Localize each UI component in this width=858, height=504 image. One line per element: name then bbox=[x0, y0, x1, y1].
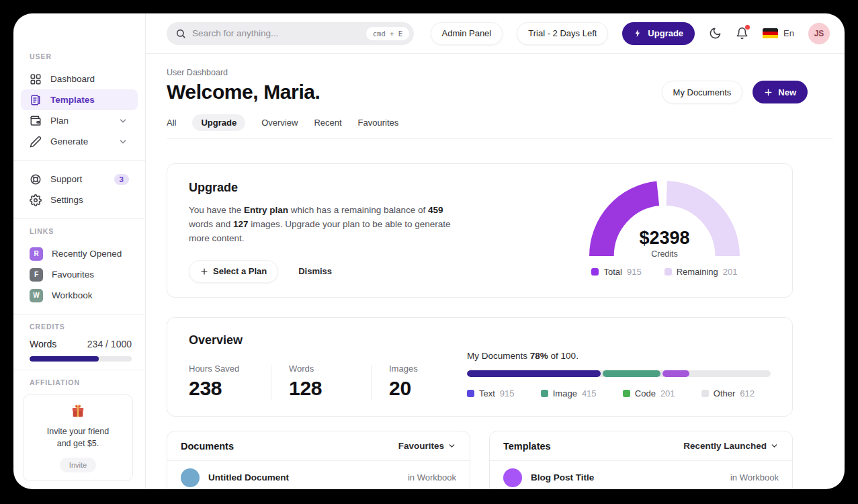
templates-filter-dropdown[interactable]: Recently Launched bbox=[683, 441, 779, 451]
sidebar-item-dashboard[interactable]: Dashboard bbox=[21, 69, 138, 89]
affiliation-card: Invite your friend and get $5. Invite bbox=[23, 394, 133, 481]
templates-card-title: Templates bbox=[503, 441, 551, 452]
select-plan-button[interactable]: Select a Plan bbox=[189, 260, 278, 283]
credits-label: Credits bbox=[589, 249, 740, 259]
overview-left: Overview Hours Saved 238 Words 128 bbox=[189, 333, 454, 400]
document-avatar bbox=[181, 468, 200, 487]
search-input[interactable] bbox=[192, 28, 360, 38]
trial-status-button[interactable]: Trial - 2 Days Left bbox=[517, 22, 608, 45]
page-title: Welcome, Maria. bbox=[167, 81, 320, 103]
sidebar-link-label: Workbook bbox=[52, 290, 93, 300]
filter-tabs: All Upgrade Overview Recent Favourites bbox=[167, 114, 833, 131]
template-name: Blog Post Title bbox=[531, 472, 594, 482]
lifebuoy-icon bbox=[30, 173, 42, 185]
invite-button[interactable]: Invite bbox=[60, 458, 96, 472]
legend-remaining: Remaining 201 bbox=[664, 267, 738, 277]
sidebar-divider bbox=[13, 218, 145, 219]
credits-gauge-chart: $2398 Credits Total 915 Remaining bbox=[587, 181, 742, 277]
document-location: in Workbook bbox=[408, 472, 456, 482]
segment-text bbox=[467, 370, 601, 377]
tab-all[interactable]: All bbox=[167, 114, 176, 131]
sidebar-link-recently-opened[interactable]: R Recently Opened bbox=[21, 243, 138, 264]
tab-upgrade[interactable]: Upgrade bbox=[192, 114, 245, 131]
legend-other: Other 612 bbox=[701, 388, 755, 398]
sidebar-item-label: Settings bbox=[50, 195, 83, 205]
overview-card-title: Overview bbox=[189, 333, 454, 347]
stacked-progress-bar bbox=[467, 370, 771, 377]
sidebar-section-user: USER bbox=[13, 52, 145, 60]
legend-text-swatch bbox=[467, 390, 474, 397]
documents-filter-dropdown[interactable]: Favourites bbox=[398, 441, 456, 451]
sidebar-item-label: Generate bbox=[50, 136, 88, 146]
topbar: cmd + E Admin Panel Trial - 2 Days Left … bbox=[146, 13, 845, 54]
gauge-center-text: $2398 Credits bbox=[589, 228, 740, 259]
sidebar-divider bbox=[13, 160, 145, 161]
legend-code-swatch bbox=[623, 390, 630, 397]
my-documents-button[interactable]: My Documents bbox=[662, 81, 743, 103]
grid-icon bbox=[30, 73, 42, 85]
tab-recent[interactable]: Recent bbox=[314, 114, 341, 131]
document-list-item[interactable]: Untitled Document in Workbook bbox=[167, 461, 470, 489]
sidebar-link-favourites[interactable]: F Favourites bbox=[21, 264, 138, 285]
upgrade-card-left: Upgrade You have the Entry plan which ha… bbox=[189, 181, 463, 283]
sidebar-section-links: LINKS bbox=[13, 227, 145, 235]
sidebar-item-support[interactable]: Support 3 bbox=[21, 169, 138, 190]
gift-icon bbox=[71, 404, 85, 419]
sidebar-item-label: Dashboard bbox=[50, 74, 95, 84]
upgrade-button[interactable]: Upgrade bbox=[622, 22, 695, 45]
sidebar-item-generate[interactable]: Generate bbox=[21, 131, 138, 152]
dark-mode-toggle[interactable] bbox=[709, 27, 722, 40]
language-selector[interactable]: En bbox=[763, 28, 794, 39]
template-location: in Workbook bbox=[730, 472, 779, 482]
sidebar-item-templates[interactable]: Templates bbox=[21, 89, 138, 110]
germany-flag-icon bbox=[763, 28, 778, 39]
content-area: User Dashboard Welcome, Maria. My Docume… bbox=[146, 54, 845, 489]
template-list-item[interactable]: Blog Post Title in Workbook bbox=[490, 461, 792, 489]
sidebar-link-label: Recently Opened bbox=[52, 249, 122, 259]
main-column: cmd + E Admin Panel Trial - 2 Days Left … bbox=[146, 13, 845, 489]
credits-words-value: 234 / 1000 bbox=[87, 339, 132, 349]
sidebar-item-plan[interactable]: Plan bbox=[21, 110, 138, 131]
sidebar-item-label: Templates bbox=[50, 95, 95, 105]
stats-row: Hours Saved 238 Words 128 Images 20 bbox=[189, 364, 454, 400]
documents-usage-chart: My Documents 78% of 100. Text 915 bbox=[467, 333, 771, 400]
credits-progress-fill bbox=[30, 356, 99, 362]
breadcrumb: User Dashboard bbox=[167, 68, 833, 77]
stat-divider bbox=[271, 365, 271, 400]
legend-total: Total 915 bbox=[591, 267, 641, 277]
search-icon bbox=[175, 28, 186, 39]
documents-card: Documents Favourites Untitled Document i… bbox=[167, 431, 470, 489]
search-bar[interactable]: cmd + E bbox=[167, 22, 414, 45]
sidebar-item-label: Plan bbox=[50, 116, 69, 126]
notifications-button[interactable] bbox=[736, 27, 748, 40]
stat-hours-saved: Hours Saved 238 bbox=[189, 364, 253, 400]
tab-overview[interactable]: Overview bbox=[261, 114, 298, 131]
credits-amount: $2398 bbox=[589, 228, 740, 249]
user-avatar[interactable]: JS bbox=[808, 23, 830, 44]
legend-code: Code 201 bbox=[623, 388, 675, 398]
document-name: Untitled Document bbox=[208, 472, 289, 482]
admin-panel-button[interactable]: Admin Panel bbox=[431, 22, 503, 45]
sidebar-section-affiliation: AFFILIATION bbox=[13, 378, 145, 386]
gear-icon bbox=[30, 194, 42, 206]
sidebar-item-settings[interactable]: Settings bbox=[21, 190, 138, 210]
new-button[interactable]: New bbox=[753, 81, 808, 103]
sidebar-link-workbook[interactable]: W Workbook bbox=[21, 285, 138, 306]
tabs-divider bbox=[167, 138, 833, 139]
notification-dot bbox=[745, 25, 750, 30]
workbook-avatar: W bbox=[30, 289, 43, 302]
legend-remaining-swatch bbox=[664, 268, 672, 276]
gauge-legend: Total 915 Remaining 201 bbox=[587, 267, 742, 277]
chevron-down-icon bbox=[117, 116, 129, 126]
templates-icon bbox=[30, 94, 42, 106]
template-avatar bbox=[503, 468, 522, 487]
tab-favourites[interactable]: Favourites bbox=[358, 114, 399, 131]
segment-code bbox=[662, 370, 690, 377]
upgrade-card: Upgrade You have the Entry plan which ha… bbox=[167, 163, 793, 298]
search-shortcut-badge: cmd + E bbox=[366, 27, 409, 40]
plus-icon bbox=[200, 267, 208, 276]
dismiss-button[interactable]: Dismiss bbox=[298, 266, 332, 276]
legend-image: Image 415 bbox=[541, 388, 597, 398]
legend-image-swatch bbox=[541, 390, 548, 397]
upgrade-card-body: You have the Entry plan which has a rema… bbox=[189, 204, 463, 246]
